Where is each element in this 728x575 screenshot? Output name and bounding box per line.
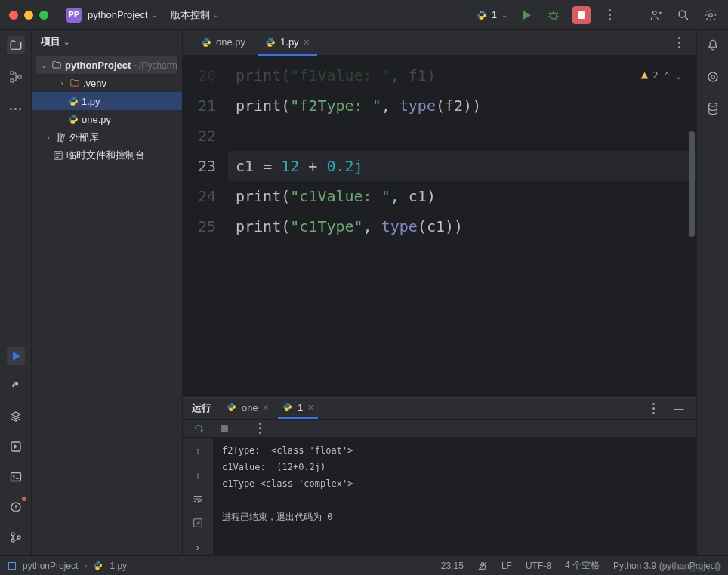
soft-wrap-button[interactable] xyxy=(190,490,206,507)
wrap-icon xyxy=(193,494,203,504)
project-tool-button[interactable] xyxy=(7,36,25,54)
version-control-menu[interactable]: 版本控制 ⌄ xyxy=(171,8,219,22)
close-run-tab-button[interactable]: × xyxy=(307,401,313,414)
main-area: 项目 ⌄ ⌄ pythonProject ~/Pycharm › .venv 1… xyxy=(0,30,728,555)
tree-external-libs[interactable]: › 外部库 xyxy=(32,128,182,146)
close-tab-button[interactable]: × xyxy=(304,36,310,48)
breadcrumbs[interactable]: pythonProject › 1.py xyxy=(8,561,127,571)
editor-scrollbar[interactable] xyxy=(689,131,695,237)
tab-one-py[interactable]: one.py xyxy=(193,30,253,56)
app-badge-icon: PP xyxy=(66,8,82,23)
more-vertical-icon xyxy=(678,37,680,48)
editor-more-button[interactable] xyxy=(671,35,687,51)
tree-venv[interactable]: › .venv xyxy=(32,74,182,92)
run-tab-one[interactable]: one × xyxy=(222,398,273,419)
more-actions-button[interactable] xyxy=(601,7,618,23)
close-window-button[interactable] xyxy=(9,11,18,20)
run-panel-title: 运行 xyxy=(192,401,211,415)
settings-button[interactable] xyxy=(702,7,719,23)
run-tool-button[interactable] xyxy=(7,347,25,365)
python-packages-button[interactable] xyxy=(7,407,25,426)
lock-icon[interactable] xyxy=(477,561,488,571)
ai-assistant-button[interactable] xyxy=(704,68,722,86)
problems-button[interactable] xyxy=(7,498,25,516)
folder-icon xyxy=(69,78,80,88)
run-tab-label: one xyxy=(242,402,258,414)
problems-icon xyxy=(10,501,22,513)
tree-scratches[interactable]: 临时文件和控制台 xyxy=(32,146,182,165)
run-more-button[interactable] xyxy=(645,400,662,417)
run-config-selector[interactable]: 1 ⌄ xyxy=(477,9,507,20)
expand-button[interactable]: › xyxy=(190,539,206,555)
line-number: 25 xyxy=(183,211,216,241)
up-stack-button[interactable]: ↑ xyxy=(190,442,206,459)
tab-1-py[interactable]: 1.py × xyxy=(258,30,317,56)
code-line-current: c1 = 12 + 0.2j xyxy=(228,151,696,181)
notifications-button[interactable] xyxy=(704,36,722,54)
chevron-down-icon: ⌄ xyxy=(151,11,157,19)
search-button[interactable] xyxy=(675,7,692,23)
svg-rect-10 xyxy=(11,473,20,481)
python-file-icon xyxy=(265,37,276,48)
hide-panel-button[interactable]: — xyxy=(671,400,687,417)
run-gutter: ↑ ↓ › xyxy=(183,438,213,555)
stop-button[interactable] xyxy=(572,6,591,24)
zoom-window-button[interactable] xyxy=(39,11,48,20)
console-output[interactable]: f2Type: <class 'float'> c1Value: (12+0.2… xyxy=(213,438,696,555)
services-button[interactable] xyxy=(7,438,25,456)
git-icon xyxy=(10,531,22,543)
run-tab-1[interactable]: 1 × xyxy=(278,398,318,419)
line-number: 24 xyxy=(183,181,216,211)
python-file-icon xyxy=(68,96,79,106)
status-bar: pythonProject › 1.py 23:15 LF UTF-8 4 个空… xyxy=(0,555,728,575)
svg-rect-20 xyxy=(9,562,16,569)
run-button[interactable] xyxy=(518,7,535,23)
run-panel: 运行 one × 1 × — xyxy=(183,397,696,555)
code-line: print("f2Type: ", type(f2)) xyxy=(228,91,696,121)
python-console-button[interactable] xyxy=(7,377,25,395)
close-run-tab-button[interactable]: × xyxy=(263,401,269,414)
library-icon xyxy=(56,132,66,143)
debug-button[interactable] xyxy=(545,7,562,23)
editor-body[interactable]: 20 21 22 23 24 25 2 ⌃ ⌄ print("f1Value: … xyxy=(183,56,696,397)
tree-file-onepy[interactable]: one.py xyxy=(32,110,182,128)
database-icon xyxy=(706,102,720,115)
svg-point-4 xyxy=(679,11,686,17)
indent[interactable]: 4 个空格 xyxy=(565,559,600,572)
services-icon xyxy=(10,441,22,453)
folder-icon xyxy=(51,60,62,70)
right-tool-rail xyxy=(696,30,728,555)
tree-root[interactable]: ⌄ pythonProject ~/Pycharm xyxy=(36,56,177,74)
vcs-button[interactable] xyxy=(7,528,25,546)
database-button[interactable] xyxy=(704,100,722,118)
run-config-label: 1 xyxy=(492,9,497,20)
more-vertical-icon xyxy=(259,423,261,434)
project-panel-header[interactable]: 项目 ⌄ xyxy=(32,30,182,53)
structure-tool-button[interactable] xyxy=(7,68,25,86)
project-name-label: pythonProject xyxy=(88,9,148,20)
stop-run-button[interactable] xyxy=(216,420,233,437)
terminal-button[interactable] xyxy=(7,468,25,486)
encoding[interactable]: UTF-8 xyxy=(526,561,551,571)
breadcrumb-file: 1.py xyxy=(110,561,127,571)
code-area[interactable]: 2 ⌃ ⌄ print("f1Value: ", f1) print("f2Ty… xyxy=(228,56,696,397)
project-selector[interactable]: pythonProject ⌄ xyxy=(88,9,157,20)
code-line: print("f1Value: ", f1) xyxy=(228,60,696,91)
rerun-button[interactable] xyxy=(190,420,207,437)
minimize-window-button[interactable] xyxy=(24,11,33,20)
line-number: 23 xyxy=(183,151,216,181)
chevron-down-icon: ⌄ xyxy=(501,11,507,19)
more-tools-button[interactable] xyxy=(7,100,25,118)
caret-position[interactable]: 23:15 xyxy=(441,561,464,571)
search-icon xyxy=(677,8,690,22)
tree-file-1py[interactable]: 1.py xyxy=(32,92,182,110)
down-stack-button[interactable]: ↓ xyxy=(190,466,206,483)
run-settings-button[interactable] xyxy=(251,420,268,437)
line-ending[interactable]: LF xyxy=(501,561,512,571)
python-icon xyxy=(10,380,22,392)
python-file-icon xyxy=(68,114,79,125)
svg-point-18 xyxy=(711,75,714,79)
svg-point-0 xyxy=(480,11,480,12)
code-with-me-button[interactable] xyxy=(648,7,665,23)
scroll-to-end-button[interactable] xyxy=(190,515,206,531)
